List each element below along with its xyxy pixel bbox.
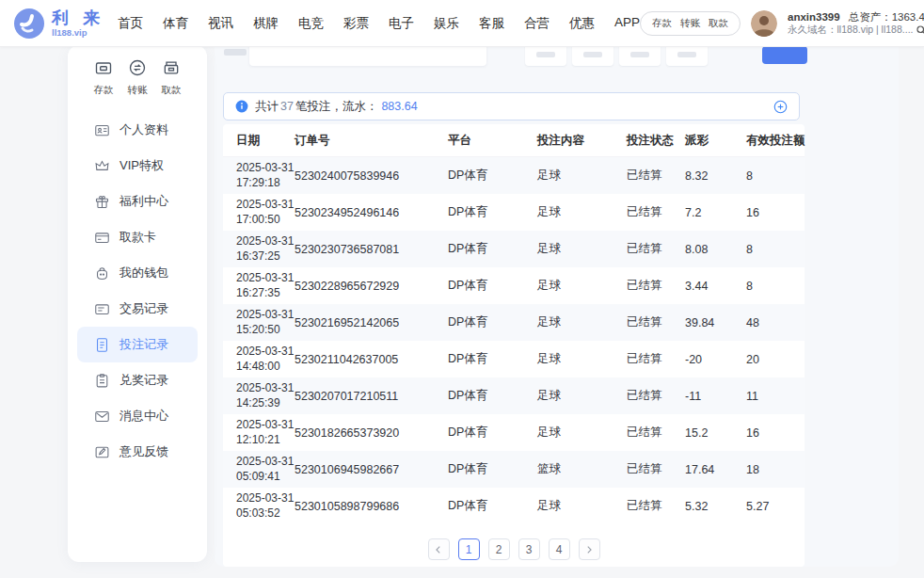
cell-bet-status: 已结算 <box>627 425 685 441</box>
site-logo[interactable]: 利 来 ll188.vip <box>13 8 104 40</box>
table-row[interactable]: 2025-03-3116:27:35 5230228965672929 DP体育… <box>223 267 805 304</box>
sidebar-item-profile[interactable]: 个人资料 <box>68 112 207 148</box>
table-row[interactable]: 2025-03-3105:09:41 5230106945982667 DP体育… <box>223 451 805 488</box>
cell-valid-bet: 8 <box>746 243 791 256</box>
sidebar-item-label: 消息中心 <box>119 408 168 425</box>
sidebar-item-messages[interactable]: 消息中心 <box>68 398 207 434</box>
quick-action-deposit[interactable]: 存款 <box>87 58 120 97</box>
quick-action-withdraw[interactable]: 取款 <box>154 58 188 97</box>
permanent-domain: 永久域名：ll188.vip | ll188.... <box>788 24 913 36</box>
gift-icon <box>94 194 110 210</box>
cell-order-number: 5230240075839946 <box>295 169 448 183</box>
page-button[interactable]: 4 <box>549 538 570 560</box>
cell-date: 2025-03-3105:09:41 <box>236 455 295 484</box>
sidebar-item-redeem-records[interactable]: 兑奖记录 <box>68 362 207 398</box>
cell-valid-bet: 11 <box>746 390 791 403</box>
page-button[interactable]: 3 <box>518 538 540 560</box>
sidebar-item-label: 取款卡 <box>119 229 156 246</box>
table-row[interactable]: 2025-03-3117:00:50 5230234952496146 DP体育… <box>223 194 805 231</box>
deposit-icon <box>94 64 113 80</box>
sidebar-item-withdraw-card[interactable]: 取款卡 <box>68 219 207 255</box>
cell-date: 2025-03-3114:48:00 <box>236 345 295 374</box>
nav-item[interactable]: 体育 <box>163 12 188 35</box>
logo-domain: ll188.vip <box>52 28 104 38</box>
next-page-button[interactable] <box>579 538 600 560</box>
cell-valid-bet: 16 <box>746 426 791 440</box>
wallet-icon <box>94 265 110 281</box>
nav-item[interactable]: 优惠 <box>569 12 595 35</box>
sidebar-item-feedback[interactable]: 意见反馈 <box>68 434 207 470</box>
column-header: 日期 <box>236 133 295 149</box>
cell-date: 2025-03-3116:27:35 <box>236 271 295 300</box>
cell-bet-status: 已结算 <box>627 388 685 404</box>
sidebar-item-transactions[interactable]: 交易记录 <box>68 291 207 327</box>
table-row[interactable]: 2025-03-3114:48:00 5230211042637005 DP体育… <box>223 341 805 377</box>
cell-platform: DP体育 <box>448 388 537 404</box>
page: 利 来 ll188.vip 首页体育视讯棋牌电竞彩票电子娱乐客服合营优惠APP … <box>0 0 924 578</box>
table-row[interactable]: 2025-03-3114:25:39 5230207017210511 DP体育… <box>223 377 805 414</box>
nav-item[interactable]: 合营 <box>524 12 550 35</box>
cell-bet-content: 足球 <box>537 168 627 184</box>
table-row[interactable]: 2025-03-3105:03:52 5230105898799686 DP体育… <box>223 488 805 524</box>
cell-date: 2025-03-3115:20:50 <box>236 308 295 337</box>
cell-bet-status: 已结算 <box>627 204 685 220</box>
quick-action-label: 取款 <box>154 84 188 97</box>
cell-payout: 39.84 <box>685 316 746 329</box>
summary-bar: 共计37笔投注，流水：883.64 <box>223 92 800 120</box>
sidebar-menu: 个人资料 VIP特权 福利中心 取款卡 我的钱包 交易记录 <box>68 112 207 470</box>
nav-item[interactable]: 棋牌 <box>253 12 279 35</box>
table-row[interactable]: 2025-03-3112:10:21 5230182665373920 DP体育… <box>223 414 805 451</box>
quick-action-transfer[interactable]: 转账 <box>120 58 154 97</box>
table-row[interactable]: 2025-03-3117:29:18 5230240075839946 DP体育… <box>223 157 805 194</box>
page-button[interactable]: 1 <box>458 538 480 560</box>
nav-item[interactable]: APP <box>614 12 640 35</box>
nav-item[interactable]: 娱乐 <box>434 12 459 35</box>
cell-payout: 8.08 <box>685 243 746 256</box>
cell-bet-status: 已结算 <box>627 461 685 477</box>
wallet-pill-item[interactable]: 取款 <box>709 17 728 30</box>
column-header: 投注状态 <box>627 133 685 149</box>
page-button[interactable]: 2 <box>488 538 510 560</box>
cell-valid-bet: 16 <box>746 206 791 219</box>
table-row[interactable]: 2025-03-3115:20:50 5230216952142065 DP体育… <box>223 304 805 341</box>
feedback-icon <box>94 444 110 460</box>
cell-order-number: 5230230736587081 <box>295 243 448 256</box>
sidebar-item-welfare[interactable]: 福利中心 <box>68 184 207 219</box>
logo-icon <box>13 8 45 40</box>
table-row[interactable]: 2025-03-3116:37:25 5230230736587081 DP体育… <box>223 231 805 267</box>
cell-order-number: 5230105898799686 <box>295 500 448 513</box>
sidebar-item-vip[interactable]: VIP特权 <box>68 148 207 184</box>
nav-item[interactable]: 首页 <box>118 12 143 35</box>
cell-bet-status: 已结算 <box>627 278 685 294</box>
sidebar-item-bet-records[interactable]: 投注记录 <box>77 327 198 362</box>
cell-order-number: 5230211042637005 <box>295 353 448 366</box>
cell-payout: 7.2 <box>685 206 746 219</box>
sidebar-item-label: 交易记录 <box>119 300 168 317</box>
nav-item[interactable]: 电竞 <box>298 12 324 35</box>
avatar[interactable] <box>751 10 777 37</box>
cell-date: 2025-03-3117:29:18 <box>236 161 295 190</box>
nav-item[interactable]: 彩票 <box>343 12 369 35</box>
sidebar-item-wallet[interactable]: 我的钱包 <box>68 255 207 291</box>
cell-payout: 17.64 <box>685 463 746 476</box>
wallet-pill-item[interactable]: 存款 <box>652 17 672 30</box>
pagination: 1234 <box>223 538 805 560</box>
cell-platform: DP体育 <box>448 168 537 184</box>
wallet-pill-item[interactable]: 转账 <box>680 17 700 30</box>
nav-item[interactable]: 电子 <box>389 12 414 35</box>
cell-platform: DP体育 <box>448 425 537 441</box>
cell-order-number: 5230182665373920 <box>295 426 448 440</box>
cell-date: 2025-03-3105:03:52 <box>236 491 295 521</box>
assets: 总资产：1363.49元 <box>849 10 924 24</box>
nav-item[interactable]: 客服 <box>479 12 504 35</box>
withdraw-icon <box>162 64 181 80</box>
expand-icon[interactable] <box>773 100 788 114</box>
search-icon[interactable] <box>916 24 924 36</box>
cell-bet-content: 足球 <box>537 314 627 330</box>
clipboard-icon <box>94 373 110 389</box>
prev-page-button[interactable] <box>428 538 450 560</box>
sidebar-item-label: 个人资料 <box>119 121 168 138</box>
filter-search-button[interactable] <box>762 46 807 64</box>
top-header: 利 来 ll188.vip 首页体育视讯棋牌电竞彩票电子娱乐客服合营优惠APP … <box>0 0 924 47</box>
nav-item[interactable]: 视讯 <box>208 12 233 35</box>
